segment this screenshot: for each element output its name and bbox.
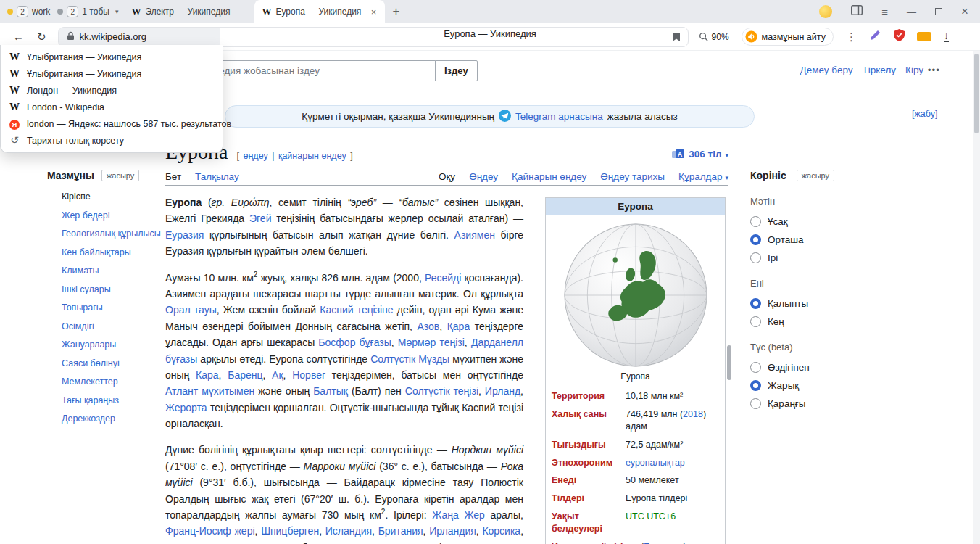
page-tab[interactable]: Өңдеу xyxy=(469,168,498,185)
wiki-link[interactable]: Еуразия xyxy=(165,229,204,241)
radio-icon[interactable] xyxy=(750,316,761,327)
wiki-link[interactable]: Орал тауы xyxy=(165,304,217,316)
browser-tab-inactive[interactable]: Электр — Уикипедия xyxy=(124,0,254,23)
wiki-link[interactable]: Кара xyxy=(196,369,219,381)
radio-icon[interactable] xyxy=(750,298,761,309)
wiki-link[interactable]: Балтық xyxy=(313,385,348,397)
radio-option[interactable]: Жарық xyxy=(750,380,873,391)
url-pill[interactable]: kk.wikipedia.org xyxy=(59,28,220,46)
back-icon[interactable]: ← xyxy=(13,30,24,43)
close-window-button[interactable]: × xyxy=(961,4,968,19)
language-selector[interactable]: A 306 тіл xyxy=(672,149,728,160)
wiki-link[interactable]: Азов xyxy=(417,321,439,332)
page-scrollbar-thumb[interactable] xyxy=(974,54,979,133)
wiki-link[interactable]: 2018 xyxy=(683,409,703,419)
side-panel-icon[interactable] xyxy=(851,5,863,18)
toc-link[interactable]: Жануарлары xyxy=(62,339,116,350)
toc-link[interactable]: Кіріспе xyxy=(62,191,91,202)
radio-icon[interactable] xyxy=(750,380,761,391)
radio-option[interactable]: Ұсақ xyxy=(750,216,873,227)
page-tab[interactable]: Өңдеу тарихы xyxy=(600,168,665,185)
header-more-icon[interactable]: ••• xyxy=(928,65,940,75)
suggestion-item[interactable]: london — Яндекс: нашлось 587 тыс. резуль… xyxy=(1,115,223,132)
radio-icon[interactable] xyxy=(750,216,761,227)
bookmark-icon[interactable] xyxy=(672,32,681,45)
wiki-link[interactable]: Эгей xyxy=(249,213,271,224)
wiki-link[interactable]: Қара xyxy=(447,321,470,332)
header-link[interactable]: Демеу беру xyxy=(800,65,853,75)
tab-groups-chevron-icon[interactable]: ▾ xyxy=(115,8,119,15)
tab-close-icon[interactable]: × xyxy=(370,7,378,17)
wiki-link[interactable]: Ақ xyxy=(272,369,283,381)
page-tab[interactable]: Қайнарын өңдеу xyxy=(512,168,586,185)
zoom-control[interactable]: 90% xyxy=(699,32,729,42)
radio-option[interactable]: Қалыпты xyxy=(750,298,873,309)
wiki-link[interactable]: Ирланд xyxy=(485,385,520,397)
wiki-link[interactable]: Ирландия xyxy=(429,525,476,537)
wiki-link[interactable]: Жерорта xyxy=(165,402,207,413)
radio-option[interactable]: Қараңғы xyxy=(750,398,873,409)
radio-icon[interactable] xyxy=(750,362,761,373)
minimize-button[interactable]: — xyxy=(907,7,916,17)
menu-icon[interactable]: ≡ xyxy=(881,6,888,18)
read-aloud-button[interactable]: мазмұнын айту xyxy=(742,28,834,46)
wiki-link[interactable]: UTC+6 xyxy=(647,511,676,522)
page-tab[interactable]: Құралдар xyxy=(678,168,728,185)
wiki-link[interactable]: Ресейді xyxy=(425,272,461,284)
page-tab[interactable]: Бет xyxy=(165,168,181,185)
toc-link[interactable]: Ішкі сулары xyxy=(62,284,111,294)
radio-icon[interactable] xyxy=(750,398,761,409)
radio-option[interactable]: Кең xyxy=(750,316,873,327)
header-link[interactable]: Кіру xyxy=(905,65,923,75)
protect-shield-icon[interactable] xyxy=(894,29,905,44)
wiki-link[interactable]: UTC xyxy=(626,511,644,522)
toc-link[interactable]: Геологиялық құрылысы xyxy=(62,228,161,239)
page-scrollbar[interactable] xyxy=(973,51,980,544)
alice-icon[interactable] xyxy=(819,5,832,18)
wiki-link[interactable]: Исландия xyxy=(325,525,372,537)
toc-link[interactable]: Топырағы xyxy=(62,302,103,313)
toc-hide-button[interactable]: жасыру xyxy=(101,170,139,181)
wiki-link[interactable]: Корсика xyxy=(482,525,520,537)
suggestion-item[interactable]: London - Wikipedia xyxy=(1,99,223,115)
wiki-link[interactable]: Шпицберген xyxy=(261,525,319,537)
radio-icon[interactable] xyxy=(750,252,761,263)
wiki-link[interactable]: Солтүстік теңізі xyxy=(405,385,478,397)
wiki-link[interactable]: Солтүстік Мұзды xyxy=(370,353,449,365)
suggestion-item[interactable]: Тарихты толық көрсету xyxy=(1,132,223,149)
wiki-link[interactable]: Британия xyxy=(378,525,423,537)
wiki-link[interactable]: Азиямен xyxy=(454,229,495,241)
wiki-link[interactable]: еуропалықтар xyxy=(626,458,685,468)
europe-globe-image[interactable] xyxy=(562,222,709,368)
download-icon[interactable]: ↓ xyxy=(944,31,949,42)
toc-link[interactable]: Кен байлықтары xyxy=(62,247,131,257)
page-tab[interactable]: Талқылау xyxy=(195,168,239,185)
wiki-link[interactable]: Мәрмәр теңізі xyxy=(398,337,465,348)
wiki-link[interactable]: Босфор бұғазы xyxy=(318,337,391,348)
suggestion-item[interactable]: Ұлыбритания — Уикипедия xyxy=(1,65,223,82)
wiki-link[interactable]: Жаңа Жер xyxy=(432,509,484,521)
wiki-link[interactable]: Баренц xyxy=(228,369,262,381)
kebab-menu-icon[interactable]: ⋮ xyxy=(846,30,857,44)
toc-link[interactable]: Мемлекеттер xyxy=(62,376,118,387)
radio-option[interactable]: Ірі xyxy=(750,252,873,263)
maximize-button[interactable] xyxy=(935,8,942,15)
omnibox[interactable]: kk.wikipedia.org xyxy=(58,27,689,47)
wiki-search-button[interactable]: Іздеу xyxy=(435,60,478,81)
header-link[interactable]: Тіркелу xyxy=(863,65,897,75)
radio-icon[interactable] xyxy=(750,234,761,245)
suggestion-item[interactable]: Ұлыбритания — Уикипедия xyxy=(1,49,223,65)
radio-option[interactable]: Орташа xyxy=(750,234,873,245)
toc-link[interactable]: Саяси бөлінуі xyxy=(62,358,120,368)
wiki-link[interactable]: Атлант мұхитымен xyxy=(165,385,254,397)
edit-pen-icon[interactable] xyxy=(869,29,881,44)
radio-option[interactable]: Өздігінен xyxy=(750,362,873,373)
toc-link[interactable]: Жер бедері xyxy=(62,210,109,221)
reload-icon[interactable]: ↻ xyxy=(37,30,46,44)
edit-source-link[interactable]: қайнарын өңдеу xyxy=(278,151,346,161)
toc-link[interactable]: Дереккөздер xyxy=(62,413,115,424)
tab-group-1toby[interactable]: 2 1 тобы xyxy=(57,6,109,17)
tab-group-work[interactable]: 2 work xyxy=(7,6,50,17)
appearance-hide-button[interactable]: жасыру xyxy=(797,170,834,181)
wiki-link[interactable]: Франц-Иосиф жері xyxy=(165,525,255,537)
